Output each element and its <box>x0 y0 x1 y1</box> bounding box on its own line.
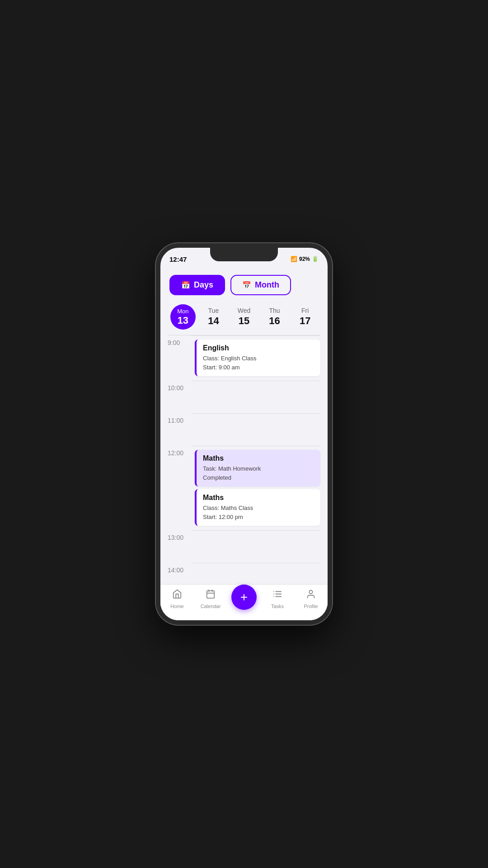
event-maths-task[interactable]: Maths Task: Math Homework Completed <box>195 450 320 486</box>
time-slot-1200: 12:00 Maths Task: Math Homework Complete… <box>160 446 328 530</box>
month-label: Month <box>255 280 279 290</box>
event-maths-class[interactable]: Maths Class: Maths Class Start: 12:00 pm <box>195 489 320 526</box>
day-number-mon: 13 <box>178 315 188 326</box>
time-content-900: English Class: English Class Start: 9:00… <box>191 335 320 381</box>
time-label-1400: 14:00 <box>168 563 191 574</box>
profile-icon <box>306 589 316 602</box>
time-content-1100 <box>191 413 320 446</box>
days-label: Days <box>194 280 213 290</box>
day-item-fri[interactable]: Fri 17 <box>290 307 320 327</box>
day-name-fri: Fri <box>301 307 309 314</box>
svg-rect-0 <box>207 590 215 598</box>
status-time: 12:47 <box>169 255 187 263</box>
calendar-days-icon: 📅 <box>181 281 190 289</box>
day-name-wed: Wed <box>238 307 251 314</box>
tasks-icon <box>272 589 282 602</box>
event-maths-class-detail2: Start: 12:00 pm <box>203 513 314 522</box>
day-header: Mon 13 Tue 14 Wed 15 Thu 16 Fri 1 <box>160 301 328 335</box>
signal-icon: 📶 <box>291 256 297 262</box>
battery-label: 92% <box>299 256 310 262</box>
nav-tasks-label: Tasks <box>271 604 284 609</box>
time-content-1300 <box>191 530 320 563</box>
event-english[interactable]: English Class: English Class Start: 9:00… <box>195 340 320 376</box>
day-item-thu[interactable]: Thu 16 <box>259 307 290 327</box>
time-label-1200: 12:00 <box>168 446 191 457</box>
time-label-1000: 10:00 <box>168 381 191 392</box>
time-content-1000 <box>191 381 320 413</box>
notch <box>210 248 278 261</box>
event-maths-task-detail1: Task: Math Homework <box>203 464 314 473</box>
day-number-tue: 14 <box>208 315 219 327</box>
calendar-month-icon: 📅 <box>242 281 251 289</box>
app-content: 📅 Days 📅 Month Mon 13 Tue 14 <box>160 268 328 620</box>
day-item-mon[interactable]: Mon 13 <box>168 304 198 330</box>
svg-point-10 <box>309 590 312 593</box>
nav-profile-label: Profile <box>304 604 318 609</box>
day-name-tue: Tue <box>208 307 219 314</box>
day-number-thu: 16 <box>269 315 280 327</box>
today-circle: Mon 13 <box>170 304 196 330</box>
day-number-wed: 15 <box>239 315 249 327</box>
calendar-nav-icon <box>206 589 216 602</box>
event-maths-class-detail1: Class: Maths Class <box>203 504 314 513</box>
event-maths-task-title: Maths <box>203 454 314 462</box>
event-english-start: Start: 9:00 am <box>203 363 314 372</box>
time-slot-1300: 13:00 <box>160 530 328 563</box>
nav-add[interactable]: + <box>227 585 261 613</box>
time-label-1300: 13:00 <box>168 530 191 541</box>
home-icon <box>172 589 182 602</box>
nav-calendar[interactable]: Calendar <box>194 589 227 609</box>
schedule-container[interactable]: 9:00 English Class: English Class Start:… <box>160 335 328 620</box>
time-content-1200: Maths Task: Math Homework Completed Math… <box>191 446 320 530</box>
day-name-thu: Thu <box>269 307 280 314</box>
day-name-mon: Mon <box>177 308 188 315</box>
phone-frame: 12:47 📶 92% 🔋 📅 Days 📅 Month Mon <box>156 243 332 625</box>
nav-calendar-label: Calendar <box>201 604 221 609</box>
bottom-nav: Home Calendar + <box>160 584 328 620</box>
view-toggle: 📅 Days 📅 Month <box>160 268 328 301</box>
plus-icon: + <box>240 591 248 604</box>
day-item-wed[interactable]: Wed 15 <box>229 307 259 327</box>
days-toggle-button[interactable]: 📅 Days <box>169 275 225 295</box>
battery-icon: 🔋 <box>312 256 319 262</box>
time-slot-900: 9:00 English Class: English Class Start:… <box>160 335 328 381</box>
day-number-fri: 17 <box>300 315 310 327</box>
month-toggle-button[interactable]: 📅 Month <box>230 275 291 295</box>
nav-tasks[interactable]: Tasks <box>261 589 294 609</box>
status-icons: 📶 92% 🔋 <box>291 256 319 262</box>
day-item-tue[interactable]: Tue 14 <box>198 307 229 327</box>
nav-profile[interactable]: Profile <box>294 589 328 609</box>
add-button[interactable]: + <box>231 585 257 610</box>
event-english-title: English <box>203 344 314 352</box>
time-label-900: 9:00 <box>168 335 191 346</box>
event-maths-task-detail2: Completed <box>203 473 314 482</box>
time-slot-1000: 10:00 <box>160 381 328 413</box>
time-label-1100: 11:00 <box>168 413 191 424</box>
event-english-class: Class: English Class <box>203 354 314 363</box>
time-slot-1100: 11:00 <box>160 413 328 446</box>
event-maths-class-title: Maths <box>203 494 314 502</box>
nav-home-label: Home <box>170 604 183 609</box>
nav-home[interactable]: Home <box>160 589 194 609</box>
